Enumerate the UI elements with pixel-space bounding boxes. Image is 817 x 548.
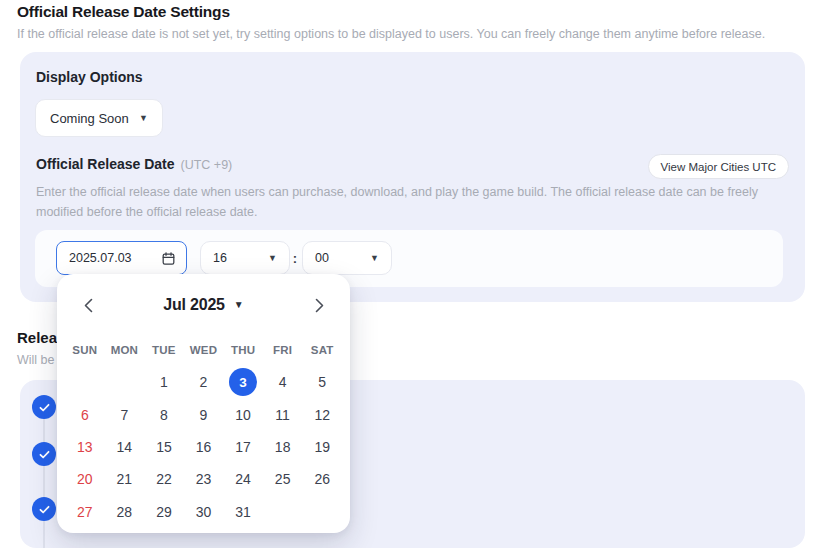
chevron-left-icon (84, 298, 93, 313)
calendar-day[interactable]: 10 (223, 398, 263, 430)
weekday-label: SUN (65, 338, 105, 362)
weekday-label: TUE (144, 338, 184, 362)
calendar-day-empty (65, 366, 105, 398)
weekday-label: FRI (263, 338, 303, 362)
chevron-down-icon: ▼ (234, 300, 244, 310)
check-circle (32, 497, 56, 521)
calendar-day[interactable]: 26 (302, 463, 342, 495)
calendar-day-empty (263, 496, 303, 528)
time-separator: : (290, 241, 300, 275)
calendar-day[interactable]: 31 (223, 496, 263, 528)
month-year-label: Jul 2025 (163, 296, 225, 314)
chevron-down-icon: ▼ (370, 254, 379, 263)
calendar-day[interactable]: 3 (223, 366, 263, 398)
calendar-day[interactable]: 19 (302, 431, 342, 463)
calendar-day[interactable]: 5 (302, 366, 342, 398)
calendar-day[interactable]: 27 (65, 496, 105, 528)
minute-value: 00 (315, 251, 329, 265)
calendar-day[interactable]: 30 (184, 496, 224, 528)
release-date-description: Enter the official release date when use… (36, 182, 790, 222)
calendar-day[interactable]: 1 (144, 366, 184, 398)
calendar-day[interactable]: 23 (184, 463, 224, 495)
calendar-day[interactable]: 2 (184, 366, 224, 398)
section2-subtitle: Will be r (17, 353, 62, 367)
chevron-down-icon: ▼ (139, 114, 148, 123)
weekday-label: SAT (302, 338, 342, 362)
minute-select[interactable]: 00 ▼ (302, 241, 392, 275)
check-circle (32, 395, 56, 419)
release-settings-panel: Display Options Coming Soon ▼ Official R… (20, 52, 805, 302)
page-subtitle: If the official release date is not set … (17, 27, 765, 41)
calendar-day[interactable]: 4 (263, 366, 303, 398)
calendar-grid: 1234567891011121314151617181920212223242… (65, 366, 342, 528)
calendar-day[interactable]: 18 (263, 431, 303, 463)
calendar-day[interactable]: 14 (105, 431, 145, 463)
calendar-day[interactable]: 9 (184, 398, 224, 430)
weekday-label: THU (223, 338, 263, 362)
calendar-day[interactable]: 24 (223, 463, 263, 495)
calendar-day-empty (302, 496, 342, 528)
prev-month-button[interactable] (75, 292, 101, 318)
calendar-day[interactable]: 25 (263, 463, 303, 495)
date-input[interactable]: 2025.07.03 (56, 241, 187, 275)
check-icon (38, 401, 51, 414)
check-icon (38, 503, 51, 516)
calendar-day[interactable]: 11 (263, 398, 303, 430)
calendar-day[interactable]: 22 (144, 463, 184, 495)
timezone-label: (UTC +9) (181, 158, 233, 172)
check-circle (32, 442, 56, 466)
calendar-day[interactable]: 29 (144, 496, 184, 528)
calendar-day[interactable]: 16 (184, 431, 224, 463)
weekday-label: WED (184, 338, 224, 362)
calendar-day[interactable]: 8 (144, 398, 184, 430)
calendar-day[interactable]: 12 (302, 398, 342, 430)
calendar-day[interactable]: 20 (65, 463, 105, 495)
next-month-button[interactable] (306, 292, 332, 318)
chevron-right-icon (315, 298, 324, 313)
calendar-day[interactable]: 7 (105, 398, 145, 430)
calendar-header: Jul 2025 ▼ (57, 291, 350, 319)
display-options-value: Coming Soon (50, 111, 129, 126)
calendar-day[interactable]: 17 (223, 431, 263, 463)
calendar-popup: Jul 2025 ▼ SUNMONTUEWEDTHUFRISAT 1234567… (57, 274, 350, 533)
weekday-label: MON (105, 338, 145, 362)
calendar-day[interactable]: 15 (144, 431, 184, 463)
display-options-label: Display Options (36, 69, 143, 85)
calendar-icon (161, 251, 176, 266)
release-date-heading-row: Official Release Date (UTC +9) (36, 156, 232, 172)
hour-select[interactable]: 16 ▼ (200, 241, 290, 275)
hour-value: 16 (213, 251, 227, 265)
calendar-weekdays: SUNMONTUEWEDTHUFRISAT (65, 338, 342, 362)
month-year-selector[interactable]: Jul 2025 ▼ (163, 296, 243, 314)
calendar-day[interactable]: 21 (105, 463, 145, 495)
calendar-day[interactable]: 28 (105, 496, 145, 528)
calendar-day[interactable]: 13 (65, 431, 105, 463)
timeline-connector-line (43, 407, 45, 548)
page-title: Official Release Date Settings (17, 3, 230, 21)
date-value: 2025.07.03 (69, 251, 132, 265)
view-major-cities-button[interactable]: View Major Cities UTC (648, 154, 789, 179)
chevron-down-icon: ▼ (268, 254, 277, 263)
release-date-label: Official Release Date (36, 156, 175, 172)
calendar-day-empty (105, 366, 145, 398)
calendar-day[interactable]: 6 (65, 398, 105, 430)
check-icon (38, 448, 51, 461)
display-options-select[interactable]: Coming Soon ▼ (35, 99, 163, 137)
release-date-settings-page: Official Release Date Settings If the of… (0, 0, 817, 548)
